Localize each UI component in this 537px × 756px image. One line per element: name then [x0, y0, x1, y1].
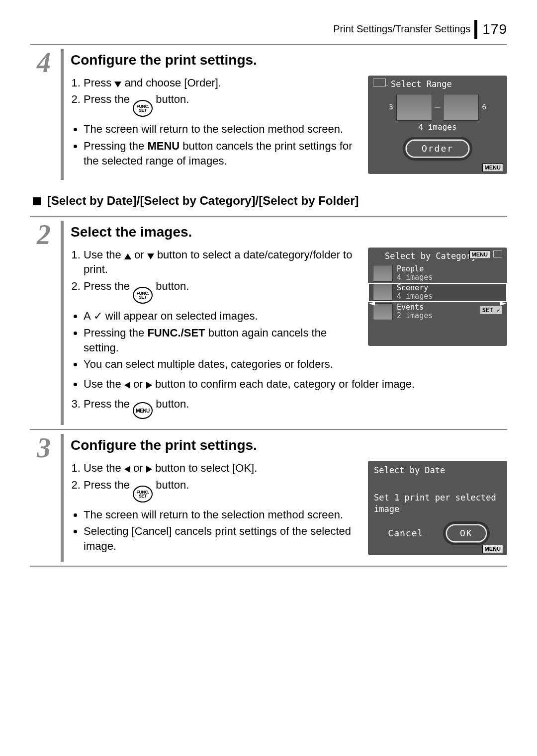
ok-button[interactable]: OK: [446, 524, 487, 543]
divider: [30, 44, 507, 45]
text: Press the: [84, 398, 133, 410]
thumbnail: [373, 265, 393, 282]
down-arrow-icon: [147, 253, 154, 259]
cam-title: Select by Date: [368, 461, 507, 480]
camera-screenshot-select-date: Select by Date Set 1 print per selected …: [368, 461, 507, 555]
text: button.: [156, 398, 189, 410]
icon-text-bot: SET: [139, 295, 147, 299]
thumbnail: [396, 94, 432, 121]
step4-bullet-2: Pressing the MENU button cancels the pri…: [84, 139, 359, 168]
category-name: Events: [397, 303, 433, 312]
func-set-icon: FUNC. SET: [133, 100, 153, 117]
step2-item-2: Press the FUNC. SET button.: [84, 279, 359, 304]
text: will appear on selected images.: [105, 310, 258, 322]
range-right-num: 6: [482, 102, 486, 112]
right-arrow-icon: [146, 466, 152, 473]
step-4: 4 Configure the print settings. Press an…: [30, 47, 507, 182]
menu-badge: MENU: [469, 251, 490, 259]
step-title: Select the images.: [71, 223, 507, 242]
text: button to select [OK].: [155, 462, 257, 474]
square-bullet-icon: [33, 197, 41, 205]
category-row-scenery[interactable]: Scenery 4 images: [368, 283, 507, 302]
category-name: People: [397, 265, 433, 273]
step3-bullet-1: The screen will return to the selection …: [84, 507, 359, 522]
down-arrow-icon: [114, 82, 121, 87]
menu-icon: MENU: [133, 402, 153, 419]
cancel-button[interactable]: Cancel: [388, 527, 423, 539]
step-3: 3 Configure the print settings. Use the …: [30, 432, 507, 564]
page-number: 179: [474, 20, 507, 39]
text: Pressing the: [84, 327, 147, 339]
step2-item-1: Use the or button to select a date/categ…: [84, 248, 359, 277]
left-arrow-icon: [124, 382, 130, 389]
right-arrow-icon: [146, 382, 152, 389]
step-number: 2: [30, 219, 58, 427]
thumbnail: [443, 94, 479, 121]
step2-bullet-4: Use the or button to confirm each date, …: [84, 377, 507, 392]
category-row-people[interactable]: People 4 images: [368, 264, 507, 283]
cam-message: Set 1 print per selected image: [368, 480, 507, 519]
text: and choose [Order].: [124, 77, 221, 89]
text: Press: [84, 77, 114, 89]
step-2: 2 Select the images. Use the or button t…: [30, 219, 507, 427]
text: Press the: [84, 93, 133, 105]
menu-word: MENU: [147, 140, 179, 152]
check-icon: ✓: [93, 310, 102, 322]
icon-text-bot: SET: [139, 494, 147, 498]
icon-text-bot: SET: [139, 108, 147, 112]
step2-bullet-1: A ✓ will appear on selected images.: [84, 309, 359, 324]
step4-bullet-1: The screen will return to the selection …: [84, 122, 359, 137]
range-count: 4 images: [368, 122, 507, 133]
left-arrow-icon: ◄: [369, 296, 375, 310]
sub-heading-text: [Select by Date]/[Select by Category]/[S…: [47, 194, 359, 207]
print-icon: [493, 251, 502, 257]
func-set-icon: FUNC. SET: [133, 287, 153, 304]
text: Use the: [84, 462, 124, 474]
text: button to confirm each date, category or…: [155, 378, 415, 390]
step-number: 4: [30, 47, 58, 182]
step4-item-2: Press the FUNC. SET button.: [84, 92, 359, 117]
order-button[interactable]: Order: [405, 139, 470, 158]
step4-item-1: Press and choose [Order].: [84, 76, 359, 90]
step-bar: [61, 221, 64, 425]
divider: [30, 216, 507, 217]
category-name: Scenery: [397, 284, 433, 292]
category-count: 4 images: [397, 273, 433, 282]
category-count: 2 images: [397, 312, 433, 320]
step-2-text: Use the or button to select a date/categ…: [71, 248, 359, 374]
step2-bullet-2: Pressing the FUNC./SET button again canc…: [84, 326, 359, 355]
menu-badge: MENU: [482, 545, 503, 553]
step2-item-3: Press the MENU button.: [84, 397, 507, 420]
step-bar: [61, 49, 64, 180]
step2-bullet-3: You can select multiple dates, categorie…: [84, 357, 359, 372]
up-arrow-icon: [124, 253, 131, 259]
divider: [30, 429, 507, 430]
left-arrow-icon: [124, 466, 130, 473]
step-4-text: Press and choose [Order]. Press the FUNC…: [71, 76, 359, 174]
text: Use the: [84, 249, 124, 261]
page-header: Print Settings/Transfer Settings 179: [30, 20, 507, 39]
text: or: [133, 378, 146, 390]
text: button.: [156, 479, 189, 491]
camera-screenshot-select-range: Select Range 3 – 6 4 images Order MENU: [368, 76, 507, 174]
set-badge: SET: [480, 306, 502, 314]
step-title: Configure the print settings.: [71, 436, 507, 455]
text: Pressing the: [84, 140, 147, 152]
thumbnail: [373, 303, 393, 320]
text: or: [134, 249, 147, 261]
right-arrow-icon: ►: [500, 296, 506, 310]
thumbnail: [373, 284, 393, 301]
func-set-word: FUNC./SET: [147, 327, 205, 339]
text: Press the: [84, 479, 133, 491]
menu-badge: MENU: [482, 164, 503, 172]
text: button.: [156, 93, 189, 105]
bracket-icon: [373, 79, 386, 86]
step3-bullet-2: Selecting [Cancel] cancels print setting…: [84, 524, 359, 553]
cam-title: Select Range: [368, 76, 507, 92]
func-set-icon: FUNC. SET: [133, 486, 153, 503]
divider: [30, 566, 507, 567]
text: button.: [156, 280, 189, 292]
step-bar: [61, 434, 64, 562]
text: Use the: [84, 378, 124, 390]
range-left-num: 3: [389, 102, 393, 112]
